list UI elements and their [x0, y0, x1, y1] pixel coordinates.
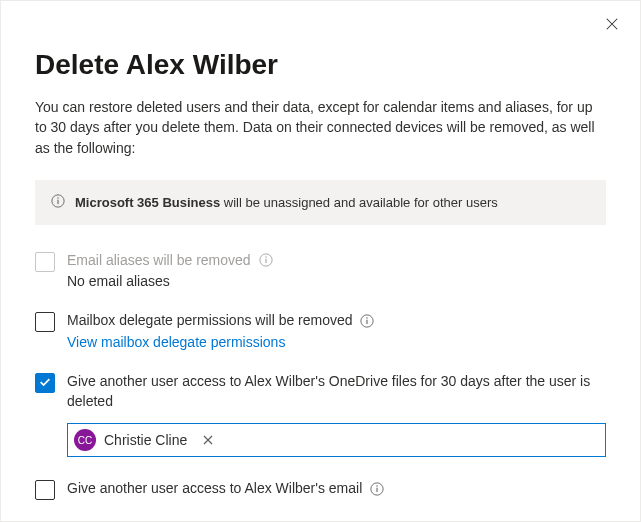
info-icon: [51, 194, 65, 211]
svg-point-7: [367, 317, 368, 318]
option-mailbox-delegate-label: Mailbox delegate permissions will be rem…: [67, 312, 353, 328]
view-mailbox-delegate-link[interactable]: View mailbox delegate permissions: [67, 334, 606, 350]
license-notice-text: Microsoft 365 Business will be unassigne…: [75, 195, 498, 210]
onedrive-user-picker[interactable]: CC Christie Cline: [67, 423, 606, 457]
option-onedrive-access: Give another user access to Alex Wilber'…: [35, 372, 606, 457]
remove-user-button[interactable]: [201, 431, 215, 450]
close-icon: [203, 433, 213, 448]
option-aliases: Email aliases will be removed No email a…: [35, 251, 606, 290]
svg-point-1: [57, 197, 58, 198]
option-aliases-sub: No email aliases: [67, 273, 606, 289]
dialog-intro: You can restore deleted users and their …: [35, 97, 606, 158]
license-notice: Microsoft 365 Business will be unassigne…: [35, 180, 606, 225]
info-icon[interactable]: [360, 314, 374, 328]
option-aliases-label: Email aliases will be removed: [67, 252, 251, 268]
avatar: CC: [74, 429, 96, 451]
option-mailbox-delegate: Mailbox delegate permissions will be rem…: [35, 311, 606, 350]
info-icon[interactable]: [259, 253, 273, 267]
close-button[interactable]: [600, 13, 624, 37]
selected-user-name: Christie Cline: [104, 432, 187, 448]
svg-rect-2: [57, 200, 58, 204]
checkbox-onedrive-access[interactable]: [35, 373, 55, 393]
delete-user-dialog: Delete Alex Wilber You can restore delet…: [0, 0, 641, 522]
svg-point-10: [376, 485, 377, 486]
checkmark-icon: [38, 375, 52, 392]
checkbox-mailbox-delegate[interactable]: [35, 312, 55, 332]
svg-rect-8: [367, 319, 368, 323]
option-email-access-label: Give another user access to Alex Wilber'…: [67, 480, 362, 496]
info-icon[interactable]: [370, 482, 384, 496]
svg-rect-11: [377, 487, 378, 491]
close-icon: [605, 17, 619, 34]
option-email-access: Give another user access to Alex Wilber'…: [35, 479, 606, 500]
checkbox-email-access[interactable]: [35, 480, 55, 500]
selected-user-chip: CC Christie Cline: [74, 429, 215, 451]
svg-point-4: [265, 257, 266, 258]
dialog-title: Delete Alex Wilber: [35, 49, 606, 81]
checkbox-aliases: [35, 252, 55, 272]
svg-rect-5: [265, 259, 266, 263]
option-onedrive-label: Give another user access to Alex Wilber'…: [67, 373, 590, 409]
